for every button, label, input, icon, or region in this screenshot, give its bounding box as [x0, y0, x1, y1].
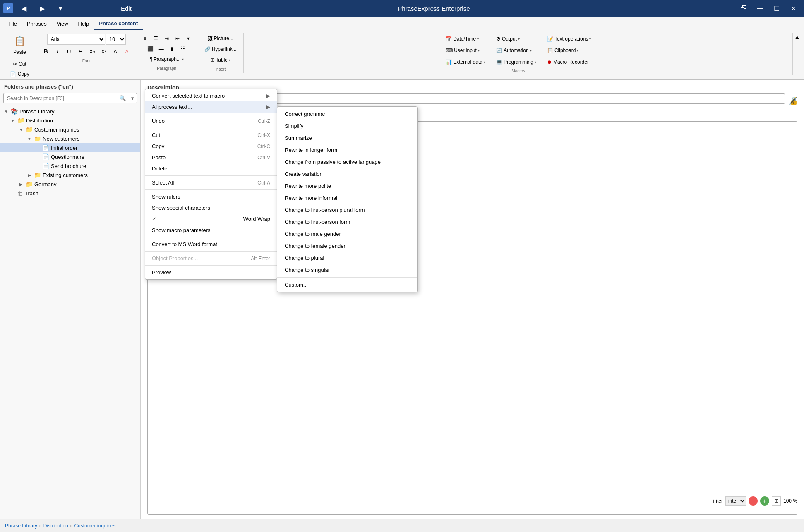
description-action-button[interactable]: 🔏: [788, 96, 797, 105]
breadcrumb-distribution[interactable]: Distribution: [43, 523, 68, 529]
tree-item-trash[interactable]: ▶ 🗑 Trash: [0, 189, 140, 198]
programming-button[interactable]: 💻 Programming ▾: [492, 57, 540, 67]
zoom-resize-button[interactable]: ⊞: [772, 496, 781, 506]
maximize-button[interactable]: ☐: [769, 2, 784, 14]
subscript-button[interactable]: X₂: [87, 46, 98, 56]
context-ai-process[interactable]: AI process text... ▶: [145, 101, 277, 113]
tree-item-existing-customers[interactable]: ▶ 📁 Existing customers: [0, 170, 140, 180]
ai-simplify[interactable]: Simplify: [277, 120, 417, 132]
tree-item-germany[interactable]: ▶ 📁 Germany: [0, 180, 140, 189]
context-cut[interactable]: Cut Ctrl-X: [145, 129, 277, 141]
ai-correct-grammar[interactable]: Correct grammar: [277, 108, 417, 120]
unordered-list-button[interactable]: ≡: [140, 34, 150, 43]
paragraph-button[interactable]: ¶ Paragraph... ▾: [146, 55, 187, 64]
menu-button[interactable]: ▾: [53, 2, 68, 14]
ai-female-gender[interactable]: Change to female gender: [277, 240, 417, 252]
text-operations-button[interactable]: 📝 Text operations ▾: [543, 34, 595, 44]
tree-item-distribution[interactable]: ▼ 📁 Distribution: [0, 116, 140, 125]
menu-view[interactable]: View: [52, 18, 73, 29]
superscript-button[interactable]: X²: [98, 46, 109, 56]
tree-item-send-brochure[interactable]: ▶ 📄 Send brochure: [0, 161, 140, 170]
tree-item-new-customers[interactable]: ▼ 📁 New customers: [0, 134, 140, 143]
context-undo[interactable]: Undo Ctrl-Z: [145, 115, 277, 127]
hyperlink-button[interactable]: 🔗 Hyperlink...: [201, 45, 240, 54]
ai-male-gender[interactable]: Change to male gender: [277, 228, 417, 240]
context-convert-msword[interactable]: Convert to MS Word format: [145, 239, 277, 250]
paste-button[interactable]: 📋 Paste: [7, 34, 33, 59]
ai-passive-to-active[interactable]: Change from passive to active language: [277, 156, 417, 168]
menu-help[interactable]: Help: [73, 18, 94, 29]
menu-file[interactable]: File: [3, 18, 22, 29]
breadcrumb-customer-inquiries[interactable]: Customer inquiries: [74, 523, 115, 529]
indent-button[interactable]: ⇥: [162, 34, 172, 43]
search-button[interactable]: 🔍: [117, 93, 129, 103]
picture-button[interactable]: 🖼 Picture...: [204, 34, 237, 43]
context-convert-macro[interactable]: Convert selected text to macro ▶: [145, 90, 277, 101]
highlight-button[interactable]: A: [122, 46, 132, 56]
bold-button[interactable]: B: [41, 46, 51, 56]
context-delete[interactable]: Delete: [145, 163, 277, 174]
align-center-button[interactable]: ▬: [156, 44, 166, 53]
menu-phrase-content[interactable]: Phrase content: [94, 18, 143, 30]
copy-button[interactable]: 📄 Copy: [7, 69, 32, 79]
zoom-select[interactable]: iriter: [725, 496, 746, 506]
outdent-button[interactable]: ⇤: [173, 34, 182, 43]
ai-summarize[interactable]: Summarize: [277, 132, 417, 144]
cut-button[interactable]: ✂ Cut: [10, 60, 29, 69]
table-button[interactable]: ⊞ Table ▾: [207, 55, 234, 65]
ai-rewrite-longer[interactable]: Rewrite in longer form: [277, 144, 417, 156]
ai-singular[interactable]: Change to singular: [277, 264, 417, 276]
context-preview[interactable]: Preview: [145, 267, 277, 278]
minimize-button[interactable]: —: [753, 2, 768, 14]
back-button[interactable]: ◀: [17, 2, 31, 14]
divider-1: [145, 114, 277, 114]
output-button[interactable]: ⚙ Output ▾: [492, 34, 540, 44]
external-data-button[interactable]: 📊 External data ▾: [442, 57, 489, 67]
ai-rewrite-polite[interactable]: Rewrite more polite: [277, 180, 417, 192]
ai-rewrite-informal[interactable]: Rewrite more informal: [277, 192, 417, 204]
align-right-button[interactable]: ▮: [167, 44, 177, 53]
context-show-macro-params[interactable]: Show macro parameters: [145, 225, 277, 236]
strikethrough-button[interactable]: S: [75, 46, 86, 56]
tree-item-initial-order[interactable]: ▶ 📄 Initial order: [0, 143, 140, 152]
zoom-increase-button[interactable]: +: [760, 496, 769, 506]
ai-first-person-plural[interactable]: Change to first-person plural form: [277, 204, 417, 216]
italic-button[interactable]: I: [52, 46, 63, 56]
search-input[interactable]: [4, 94, 117, 103]
context-word-wrap[interactable]: Word Wrap: [145, 213, 277, 225]
clipboard-macro-button[interactable]: 📋 Clipboard ▾: [543, 46, 595, 55]
ribbon-collapse-button[interactable]: ▲: [794, 33, 801, 41]
macro-recorder-button[interactable]: ⏺ Macro Recorder: [543, 57, 595, 67]
user-input-button[interactable]: ⌨ User input ▾: [442, 46, 489, 55]
ai-create-variation[interactable]: Create variation: [277, 168, 417, 180]
tree-item-questionnaire[interactable]: ▶ 📄 Questionnaire: [0, 152, 140, 161]
align-justify-button[interactable]: ☷: [178, 44, 188, 53]
close-button[interactable]: ✕: [786, 2, 801, 14]
underline-button[interactable]: U: [64, 46, 74, 56]
align-left-button[interactable]: ⬛: [146, 44, 156, 53]
ordered-list-button[interactable]: ☰: [151, 34, 161, 43]
ai-plural[interactable]: Change to plural: [277, 252, 417, 264]
datetime-button[interactable]: 📅 Date/Time ▾: [442, 34, 489, 44]
tree-item-phrase-library[interactable]: ▼ 📚 Phrase Library: [0, 107, 140, 116]
font-family-select[interactable]: Arial: [47, 34, 105, 45]
zoom-decrease-button[interactable]: −: [749, 496, 758, 506]
context-show-special[interactable]: Show special characters: [145, 202, 277, 213]
context-copy[interactable]: Copy Ctrl-C: [145, 141, 277, 152]
font-size-select[interactable]: 10: [106, 34, 126, 45]
context-select-all[interactable]: Select All Ctrl-A: [145, 177, 277, 188]
tree-item-customer-inquiries[interactable]: ▼ 📁 Customer inquiries: [0, 125, 140, 134]
automation-button[interactable]: 🔄 Automation ▾: [492, 46, 540, 55]
ai-custom[interactable]: Custom...: [277, 279, 417, 291]
breadcrumb-phrase-library[interactable]: Phrase Library: [5, 523, 37, 529]
menu-phrases[interactable]: Phrases: [22, 18, 52, 29]
list-style-button[interactable]: ▾: [183, 34, 193, 43]
context-show-rulers[interactable]: Show rulers: [145, 191, 277, 202]
restore-button[interactable]: 🗗: [736, 2, 751, 14]
divider-4: [145, 189, 277, 190]
ai-first-person[interactable]: Change to first-person form: [277, 216, 417, 228]
forward-button[interactable]: ▶: [35, 2, 50, 14]
search-dropdown-button[interactable]: ▾: [129, 93, 137, 103]
font-color-button[interactable]: A: [110, 46, 121, 56]
context-paste[interactable]: Paste Ctrl-V: [145, 152, 277, 163]
